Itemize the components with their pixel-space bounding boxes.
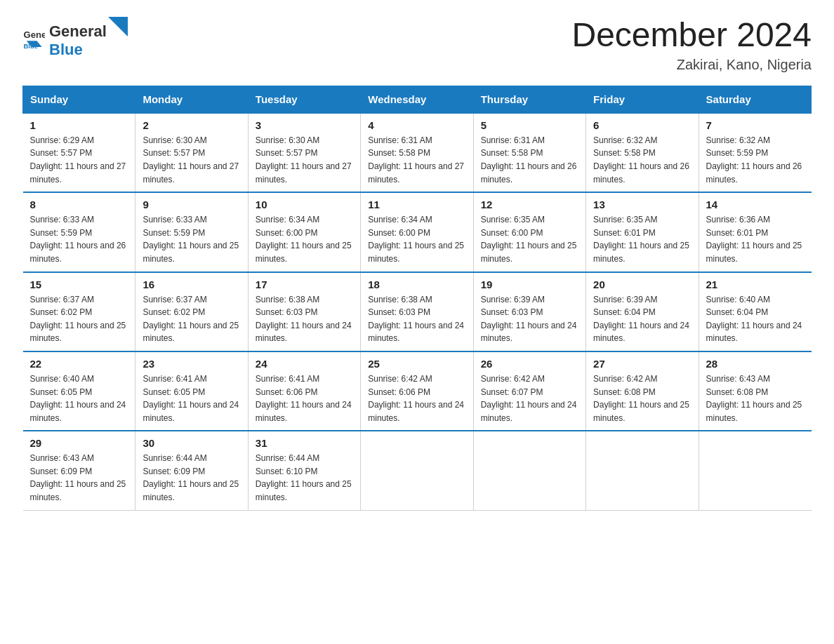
- calendar-day-cell: 11 Sunrise: 6:34 AMSunset: 6:00 PMDaylig…: [361, 192, 473, 271]
- day-number: 28: [706, 358, 805, 370]
- calendar-day-cell: 7 Sunrise: 6:32 AMSunset: 5:59 PMDayligh…: [699, 113, 811, 192]
- day-info: Sunrise: 6:31 AMSunset: 5:58 PMDaylight:…: [481, 135, 577, 185]
- calendar-day-cell: 3 Sunrise: 6:30 AMSunset: 5:57 PMDayligh…: [248, 113, 360, 192]
- logo-general-text: General: [49, 22, 107, 41]
- calendar-day-cell: 17 Sunrise: 6:38 AMSunset: 6:03 PMDaylig…: [248, 272, 360, 351]
- day-number: 25: [368, 358, 465, 370]
- calendar-week-row: 15 Sunrise: 6:37 AMSunset: 6:02 PMDaylig…: [23, 272, 812, 351]
- day-info: Sunrise: 6:44 AMSunset: 6:09 PMDaylight:…: [143, 453, 239, 502]
- calendar-table: SundayMondayTuesdayWednesdayThursdayFrid…: [22, 86, 812, 511]
- day-info: Sunrise: 6:34 AMSunset: 6:00 PMDaylight:…: [256, 215, 352, 264]
- calendar-day-cell: 25 Sunrise: 6:42 AMSunset: 6:06 PMDaylig…: [361, 351, 473, 431]
- day-number: 27: [593, 358, 691, 370]
- calendar-day-cell: 14 Sunrise: 6:36 AMSunset: 6:01 PMDaylig…: [699, 192, 811, 271]
- calendar-day-cell: 1 Sunrise: 6:29 AMSunset: 5:57 PMDayligh…: [23, 113, 135, 192]
- day-number: 7: [706, 119, 805, 131]
- day-info: Sunrise: 6:41 AMSunset: 6:06 PMDaylight:…: [256, 374, 352, 423]
- day-number: 3: [256, 119, 353, 131]
- title-block: December 2024 Zakirai, Kano, Nigeria: [571, 17, 812, 73]
- calendar-day-cell: 19 Sunrise: 6:39 AMSunset: 6:03 PMDaylig…: [473, 272, 585, 351]
- calendar-week-row: 8 Sunrise: 6:33 AMSunset: 5:59 PMDayligh…: [23, 192, 812, 271]
- day-info: Sunrise: 6:33 AMSunset: 5:59 PMDaylight:…: [30, 215, 126, 264]
- day-info: Sunrise: 6:38 AMSunset: 6:03 PMDaylight:…: [256, 295, 352, 344]
- calendar-day-cell: 29 Sunrise: 6:43 AMSunset: 6:09 PMDaylig…: [23, 431, 135, 510]
- calendar-day-cell: 10 Sunrise: 6:34 AMSunset: 6:00 PMDaylig…: [248, 192, 360, 271]
- logo: General Blue General Blue: [22, 17, 129, 59]
- day-number: 6: [593, 119, 691, 131]
- day-info: Sunrise: 6:35 AMSunset: 6:01 PMDaylight:…: [593, 215, 689, 264]
- day-number: 15: [30, 279, 128, 290]
- calendar-day-cell: 5 Sunrise: 6:31 AMSunset: 5:58 PMDayligh…: [473, 113, 585, 192]
- calendar-day-cell: 22 Sunrise: 6:40 AMSunset: 6:05 PMDaylig…: [23, 351, 135, 431]
- day-info: Sunrise: 6:42 AMSunset: 6:06 PMDaylight:…: [368, 374, 464, 423]
- day-info: Sunrise: 6:39 AMSunset: 6:04 PMDaylight:…: [593, 295, 689, 344]
- day-number: 8: [30, 199, 128, 210]
- day-number: 29: [30, 437, 128, 449]
- logo-triangle-icon: [108, 17, 128, 36]
- day-info: Sunrise: 6:40 AMSunset: 6:05 PMDaylight:…: [30, 374, 126, 423]
- calendar-day-cell: 4 Sunrise: 6:31 AMSunset: 5:58 PMDayligh…: [361, 113, 473, 192]
- calendar-day-cell: 18 Sunrise: 6:38 AMSunset: 6:03 PMDaylig…: [361, 272, 473, 351]
- calendar-day-cell: 24 Sunrise: 6:41 AMSunset: 6:06 PMDaylig…: [248, 351, 360, 431]
- calendar-week-row: 29 Sunrise: 6:43 AMSunset: 6:09 PMDaylig…: [23, 431, 812, 510]
- day-info: Sunrise: 6:33 AMSunset: 5:59 PMDaylight:…: [143, 215, 239, 264]
- day-number: 17: [256, 279, 353, 290]
- svg-marker-3: [108, 17, 128, 36]
- day-info: Sunrise: 6:39 AMSunset: 6:03 PMDaylight:…: [481, 295, 577, 344]
- day-number: 9: [143, 199, 240, 210]
- calendar-body: 1 Sunrise: 6:29 AMSunset: 5:57 PMDayligh…: [23, 113, 812, 510]
- day-number: 4: [368, 119, 465, 131]
- calendar-day-cell: 9 Sunrise: 6:33 AMSunset: 5:59 PMDayligh…: [135, 192, 248, 271]
- day-number: 26: [481, 358, 578, 370]
- day-number: 19: [481, 279, 578, 290]
- day-number: 16: [143, 279, 240, 290]
- day-info: Sunrise: 6:40 AMSunset: 6:04 PMDaylight:…: [706, 295, 802, 344]
- day-number: 24: [256, 358, 353, 370]
- calendar-day-cell: 23 Sunrise: 6:41 AMSunset: 6:05 PMDaylig…: [135, 351, 248, 431]
- weekday-header: Monday: [135, 86, 248, 113]
- day-number: 13: [593, 199, 691, 210]
- calendar-week-row: 22 Sunrise: 6:40 AMSunset: 6:05 PMDaylig…: [23, 351, 812, 431]
- day-info: Sunrise: 6:42 AMSunset: 6:07 PMDaylight:…: [481, 374, 577, 423]
- day-info: Sunrise: 6:42 AMSunset: 6:08 PMDaylight:…: [593, 374, 689, 423]
- calendar-day-cell: 12 Sunrise: 6:35 AMSunset: 6:00 PMDaylig…: [473, 192, 585, 271]
- calendar-day-cell: [361, 431, 473, 510]
- day-info: Sunrise: 6:37 AMSunset: 6:02 PMDaylight:…: [143, 295, 239, 344]
- calendar-week-row: 1 Sunrise: 6:29 AMSunset: 5:57 PMDayligh…: [23, 113, 812, 192]
- svg-text:General: General: [23, 29, 45, 40]
- weekday-header: Thursday: [473, 86, 585, 113]
- calendar-day-cell: 26 Sunrise: 6:42 AMSunset: 6:07 PMDaylig…: [473, 351, 585, 431]
- day-info: Sunrise: 6:31 AMSunset: 5:58 PMDaylight:…: [368, 135, 464, 185]
- day-info: Sunrise: 6:43 AMSunset: 6:08 PMDaylight:…: [706, 374, 802, 423]
- weekday-header: Sunday: [23, 86, 135, 113]
- day-number: 14: [706, 199, 805, 210]
- day-number: 12: [481, 199, 578, 210]
- day-info: Sunrise: 6:30 AMSunset: 5:57 PMDaylight:…: [256, 135, 352, 185]
- calendar-day-cell: 21 Sunrise: 6:40 AMSunset: 6:04 PMDaylig…: [699, 272, 811, 351]
- day-number: 10: [256, 199, 353, 210]
- logo-icon: General Blue: [22, 27, 45, 49]
- location-text: Zakirai, Kano, Nigeria: [571, 57, 812, 73]
- day-number: 23: [143, 358, 240, 370]
- calendar-day-cell: 15 Sunrise: 6:37 AMSunset: 6:02 PMDaylig…: [23, 272, 135, 351]
- day-number: 30: [143, 437, 240, 449]
- day-info: Sunrise: 6:43 AMSunset: 6:09 PMDaylight:…: [30, 453, 126, 502]
- calendar-day-cell: 16 Sunrise: 6:37 AMSunset: 6:02 PMDaylig…: [135, 272, 248, 351]
- day-info: Sunrise: 6:35 AMSunset: 6:00 PMDaylight:…: [481, 215, 577, 264]
- calendar-day-cell: [473, 431, 585, 510]
- page-header: General Blue General Blue December 2024 …: [22, 17, 812, 73]
- day-info: Sunrise: 6:36 AMSunset: 6:01 PMDaylight:…: [706, 215, 802, 264]
- day-info: Sunrise: 6:37 AMSunset: 6:02 PMDaylight:…: [30, 295, 126, 344]
- month-title: December 2024: [571, 17, 812, 54]
- svg-text:Blue: Blue: [23, 42, 37, 49]
- calendar-day-cell: 31 Sunrise: 6:44 AMSunset: 6:10 PMDaylig…: [248, 431, 360, 510]
- day-info: Sunrise: 6:41 AMSunset: 6:05 PMDaylight:…: [143, 374, 239, 423]
- weekday-header: Tuesday: [248, 86, 360, 113]
- day-number: 31: [256, 437, 353, 449]
- calendar-day-cell: 13 Sunrise: 6:35 AMSunset: 6:01 PMDaylig…: [586, 192, 699, 271]
- weekday-header: Friday: [586, 86, 699, 113]
- day-info: Sunrise: 6:38 AMSunset: 6:03 PMDaylight:…: [368, 295, 464, 344]
- day-number: 20: [593, 279, 691, 290]
- day-info: Sunrise: 6:32 AMSunset: 5:58 PMDaylight:…: [593, 135, 689, 185]
- day-number: 2: [143, 119, 240, 131]
